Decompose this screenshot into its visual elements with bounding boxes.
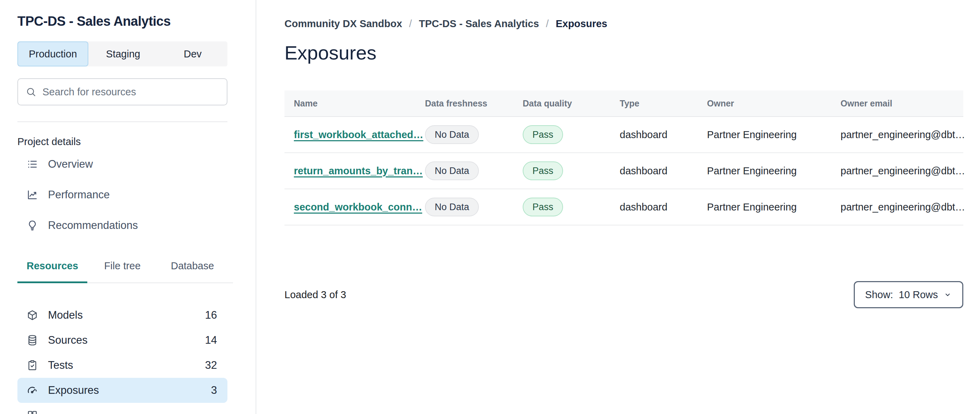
data-quality-badge: Pass	[523, 125, 563, 144]
performance-chart-icon	[26, 189, 38, 201]
column-header-owner: Owner	[707, 99, 840, 108]
chevron-down-icon	[943, 290, 952, 299]
sidebar-item-label: Recommendations	[48, 219, 138, 232]
sidebar-divider	[18, 121, 228, 122]
owner-cell: Partner Engineering	[707, 201, 840, 213]
resource-count: 3	[211, 384, 217, 396]
page-title: Exposures	[285, 41, 980, 64]
resource-search[interactable]	[18, 78, 228, 105]
tab-database[interactable]: Database	[158, 260, 228, 283]
table-footer: Loaded 3 of 3 Show: 10 Rows	[285, 281, 963, 308]
breadcrumb-current: Exposures	[556, 18, 607, 30]
resource-label: Sources	[48, 334, 88, 347]
project-details-heading: Project details	[18, 136, 228, 148]
cube-icon	[26, 309, 38, 321]
exposure-name-link[interactable]: second_workbook_conn…	[294, 201, 422, 213]
sidebar-item-tests[interactable]: Tests 32	[18, 353, 228, 378]
env-tab-production[interactable]: Production	[18, 41, 88, 67]
loaded-status: Loaded 3 of 3	[285, 289, 346, 301]
column-header-data-freshness: Data freshness	[425, 99, 523, 108]
breadcrumb-separator: /	[546, 18, 549, 30]
owner-email-cell: partner_engineering@dbt…	[840, 201, 963, 213]
sidebar-item-performance[interactable]: Performance	[18, 180, 228, 210]
tab-resources[interactable]: Resources	[18, 260, 87, 283]
env-tab-dev[interactable]: Dev	[158, 41, 228, 67]
data-freshness-badge: No Data	[425, 197, 479, 217]
breadcrumb-project[interactable]: TPC-DS - Sales Analytics	[419, 18, 539, 30]
project-details-nav: Overview Performance Recommendations	[18, 149, 228, 241]
breadcrumb-account[interactable]: Community DX Sandbox	[285, 18, 402, 30]
column-header-owner-email: Owner email	[840, 99, 963, 108]
data-freshness-badge: No Data	[425, 125, 479, 144]
owner-email-cell: partner_engineering@dbt…	[840, 129, 963, 140]
sidebar-item-label: Overview	[48, 158, 93, 170]
sidebar-item-overview[interactable]: Overview	[18, 149, 228, 180]
data-freshness-badge: No Data	[425, 161, 479, 180]
explorer-tabs: Resources File tree Database	[18, 260, 228, 283]
column-header-data-quality: Data quality	[523, 99, 620, 108]
column-header-name: Name	[294, 99, 425, 108]
resource-list: Models 16 Sources 14	[18, 303, 228, 414]
tab-file-tree[interactable]: File tree	[87, 260, 157, 283]
grid-icon	[26, 409, 38, 414]
table-row: return_amounts_by_tran… No Data Pass das…	[285, 153, 963, 189]
rows-per-page-dropdown[interactable]: Show: 10 Rows	[854, 281, 963, 308]
search-input[interactable]	[43, 86, 219, 98]
sidebar: TPC-DS - Sales Analytics Production Stag…	[0, 0, 256, 414]
show-label: Show:	[865, 289, 893, 301]
sidebar-item-recommendations[interactable]: Recommendations	[18, 210, 228, 241]
sidebar-item-exposures[interactable]: Exposures 3	[18, 378, 228, 403]
resource-count: 14	[205, 334, 217, 347]
gauge-icon	[26, 384, 38, 396]
lightbulb-icon	[26, 220, 38, 231]
sidebar-item-partial[interactable]	[18, 403, 228, 414]
search-icon	[26, 87, 36, 97]
type-cell: dashboard	[620, 201, 707, 213]
clipboard-check-icon	[26, 359, 38, 371]
owner-cell: Partner Engineering	[707, 165, 840, 177]
data-quality-badge: Pass	[523, 197, 563, 217]
data-quality-badge: Pass	[523, 161, 563, 180]
env-tab-staging[interactable]: Staging	[88, 41, 158, 67]
database-icon	[26, 334, 38, 346]
resource-label: Tests	[48, 359, 73, 371]
main-content: Community DX Sandbox / TPC-DS - Sales An…	[256, 0, 980, 414]
type-cell: dashboard	[620, 165, 707, 177]
exposure-name-link[interactable]: return_amounts_by_tran…	[294, 165, 423, 177]
breadcrumb-separator: /	[409, 18, 412, 30]
owner-email-cell: partner_engineering@dbt…	[840, 165, 963, 177]
sidebar-item-models[interactable]: Models 16	[18, 303, 228, 328]
sidebar-item-label: Performance	[48, 189, 110, 201]
resource-label: Models	[48, 309, 83, 322]
resource-count: 16	[205, 309, 217, 322]
environment-tabs: Production Staging Dev	[18, 41, 228, 67]
project-title: TPC-DS - Sales Analytics	[18, 14, 228, 29]
type-cell: dashboard	[620, 129, 707, 140]
resource-count: 32	[205, 359, 217, 371]
exposures-table: Name Data freshness Data quality Type Ow…	[285, 91, 963, 225]
table-row: first_workbook_attached… No Data Pass da…	[285, 117, 963, 153]
resource-label: Exposures	[48, 384, 99, 396]
exposure-name-link[interactable]: first_workbook_attached…	[294, 129, 423, 140]
overview-list-icon	[26, 158, 38, 170]
column-header-type: Type	[620, 99, 707, 108]
table-header: Name Data freshness Data quality Type Ow…	[285, 91, 963, 117]
sidebar-item-sources[interactable]: Sources 14	[18, 328, 228, 353]
table-row: second_workbook_conn… No Data Pass dashb…	[285, 189, 963, 225]
show-value: 10 Rows	[899, 289, 938, 301]
breadcrumb: Community DX Sandbox / TPC-DS - Sales An…	[285, 18, 980, 30]
owner-cell: Partner Engineering	[707, 129, 840, 140]
